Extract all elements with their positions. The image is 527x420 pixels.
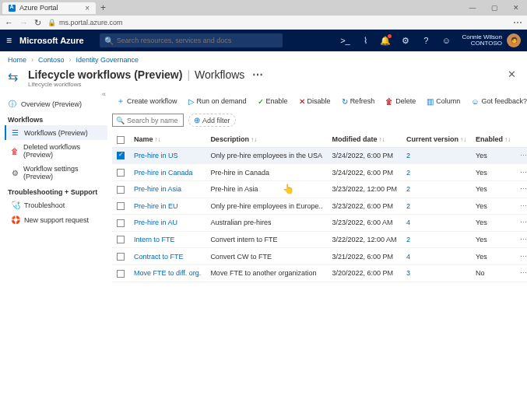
feedback-button[interactable]: ☺Got feedback? (466, 96, 527, 107)
address-bar[interactable]: 🔒 ms.portal.azure.com (47, 19, 507, 26)
col-modified[interactable]: Modified date↑↓ (327, 132, 402, 147)
col-version[interactable]: Current version↑↓ (402, 132, 471, 147)
disable-button[interactable]: ✕Disable (294, 96, 336, 107)
sidebar-item-workflows[interactable]: ☰ Workflows (Preview) (5, 125, 107, 140)
row-more-button[interactable]: ⋯ (515, 147, 527, 164)
version-link[interactable]: 2 (406, 236, 410, 243)
version-link[interactable]: 2 (406, 202, 410, 210)
row-checkbox[interactable] (117, 152, 125, 159)
row-more-button[interactable]: ⋯ (515, 198, 527, 215)
row-more-button[interactable]: ⋯ (515, 248, 527, 265)
row-more-button[interactable]: ⋯ (515, 215, 527, 232)
crumb-home[interactable]: Home (8, 56, 26, 64)
help-icon[interactable]: ? (416, 36, 435, 45)
notifications-icon[interactable]: 🔔 (376, 36, 395, 46)
row-checkbox[interactable] (117, 169, 125, 177)
row-checkbox[interactable] (117, 253, 125, 261)
cloud-shell-icon[interactable]: >_ (336, 36, 354, 45)
row-checkbox[interactable] (117, 202, 125, 210)
table-row[interactable]: Pre-hire in CanadaPre-hire in Canada3/24… (112, 164, 527, 181)
new-tab-button[interactable]: + (96, 2, 111, 13)
table-row[interactable]: Pre-hire in EUOnly pre-hire employees in… (112, 198, 527, 215)
workflow-name-link[interactable]: Pre-hire in Canada (134, 169, 193, 177)
col-enabled[interactable]: Enabled↑↓ (471, 132, 515, 147)
back-button[interactable]: ← (5, 18, 13, 27)
row-more-button[interactable]: ⋯ (515, 180, 527, 198)
workflow-name-link[interactable]: Pre-hire in US (134, 152, 178, 159)
row-more-button[interactable]: ⋯ (515, 164, 527, 181)
row-more-button[interactable]: ⋯ (515, 265, 527, 282)
cell-modified: 3/20/2022, 6:00 PM (327, 265, 402, 282)
forward-button[interactable]: → (19, 18, 28, 27)
row-checkbox[interactable] (117, 186, 125, 194)
version-link[interactable]: 4 (406, 219, 410, 226)
info-icon: ⓘ (8, 100, 16, 108)
avatar[interactable]: 🙍 (507, 33, 521, 47)
select-all-checkbox[interactable] (117, 136, 125, 144)
version-link[interactable]: 3 (406, 269, 410, 277)
workflow-name-link[interactable]: Contract to FTE (134, 253, 184, 261)
page-more-button[interactable]: ⋯ (249, 68, 266, 81)
maximize-button[interactable]: ▢ (483, 4, 505, 12)
row-more-button[interactable]: ⋯ (515, 231, 527, 248)
browser-tab[interactable]: Azure Portal × (2, 2, 96, 14)
cell-enabled: No (471, 265, 515, 282)
column-button[interactable]: ▥Column (422, 96, 465, 107)
refresh-browser-button[interactable]: ↻ (34, 18, 41, 28)
table-row[interactable]: Pre-hire in AsiaPre-hire in Asia3/23/202… (112, 180, 527, 198)
window-controls: — ▢ ✕ (462, 4, 527, 12)
version-link[interactable]: 2 (406, 152, 410, 159)
brand-label[interactable]: Microsoft Azure (19, 36, 84, 45)
search-icon: 🔍 (116, 117, 125, 124)
minimize-button[interactable]: — (462, 4, 483, 12)
table-row[interactable]: Pre-hire in AUAustralian pre-hires3/23/2… (112, 215, 527, 232)
cell-description: Only pre-hire employees in the USA (206, 147, 327, 164)
col-description[interactable]: Description↑↓ (206, 132, 327, 147)
feedback-icon[interactable]: ☺ (437, 36, 455, 45)
workflow-name-link[interactable]: Pre-hire in Asia (134, 185, 181, 193)
version-link[interactable]: 4 (406, 253, 410, 261)
run-on-demand-button[interactable]: ▷Run on demand (184, 96, 251, 107)
sidebar-overview[interactable]: ⓘ Overview (Preview) (5, 96, 107, 111)
command-bar: ＋Create workflow ▷Run on demand ✓Enable … (112, 91, 522, 111)
workflow-name-link[interactable]: Intern to FTE (134, 236, 175, 243)
close-blade-button[interactable]: ✕ (508, 68, 519, 80)
sidebar-item-support[interactable]: 🛟 New support request (5, 212, 107, 227)
hamburger-menu-icon[interactable]: ≡ (6, 35, 12, 46)
sidebar-item-settings[interactable]: ⚙ Workflow settings (Preview) (5, 162, 107, 184)
workflow-name-link[interactable]: Pre-hire in EU (134, 202, 178, 210)
close-tab-button[interactable]: × (85, 4, 90, 12)
settings-icon[interactable]: ⚙ (396, 36, 415, 46)
user-block[interactable]: Connie Wilson CONTOSO (462, 34, 502, 47)
delete-button[interactable]: 🗑Delete (381, 96, 420, 107)
trash-icon: 🗑 (11, 147, 19, 156)
table-row[interactable]: Move FTE to diff. org.Move FTE to anothe… (112, 265, 527, 282)
create-workflow-button[interactable]: ＋Create workflow (112, 94, 182, 108)
table-row[interactable]: Contract to FTEConvert CW to FTE3/21/202… (112, 248, 527, 265)
refresh-button[interactable]: ↻Refresh (337, 96, 380, 107)
add-filter-button[interactable]: ⊕ Add filter (188, 114, 236, 127)
workflow-name-link[interactable]: Pre-hire in AU (134, 219, 177, 226)
crumb-identity[interactable]: Identity Governance (76, 56, 139, 64)
workflow-name-link[interactable]: Move FTE to diff. org. (134, 269, 201, 277)
directory-filter-icon[interactable]: ⌇ (356, 36, 374, 46)
sidebar-item-troubleshoot[interactable]: 🩺 Troubleshoot (5, 198, 107, 212)
version-link[interactable]: 2 (406, 169, 410, 177)
sidebar-item-deleted[interactable]: 🗑 Deleted workflows (Preview) (5, 140, 107, 162)
crumb-contoso[interactable]: Contoso (38, 56, 65, 64)
table-row[interactable]: Intern to FTEConvert intern to FTE3/22/2… (112, 231, 527, 248)
row-checkbox[interactable] (117, 270, 125, 278)
search-by-name-input[interactable]: 🔍 Search by name (112, 114, 184, 127)
global-search-input[interactable] (117, 37, 278, 44)
version-link[interactable]: 2 (406, 185, 410, 193)
browser-menu-button[interactable]: ⋯ (513, 17, 522, 28)
row-checkbox[interactable] (117, 236, 125, 243)
cell-enabled: Yes (471, 215, 515, 232)
row-checkbox[interactable] (117, 219, 125, 227)
collapse-sidebar-button[interactable]: « (102, 90, 106, 98)
table-row[interactable]: Pre-hire in USOnly pre-hire employees in… (112, 147, 527, 164)
global-search[interactable]: 🔍 (100, 33, 283, 47)
close-window-button[interactable]: ✕ (505, 4, 527, 12)
enable-button[interactable]: ✓Enable (253, 96, 293, 107)
col-name[interactable]: Name↑↓ (129, 132, 206, 147)
